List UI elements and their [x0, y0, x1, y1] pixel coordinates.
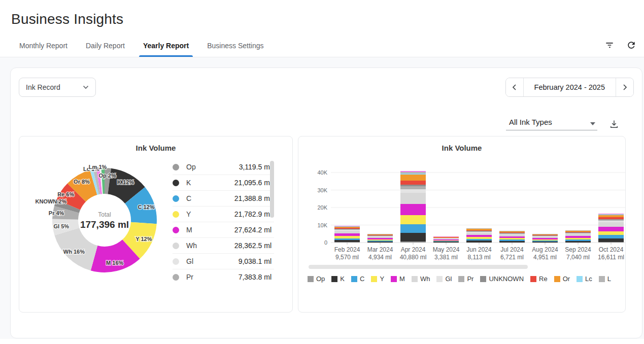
- legend-color-swatch: [577, 276, 583, 282]
- legend-item-op[interactable]: Op: [308, 275, 325, 283]
- tab-business-settings[interactable]: Business Settings: [207, 37, 263, 57]
- svg-text:Sep 2024: Sep 2024: [565, 246, 591, 253]
- bar-chart[interactable]: 010K20K30K40KFeb 20249,570 mlMar 20244,9…: [307, 158, 626, 263]
- series-color-dot: [173, 227, 179, 233]
- legend-item-unknown[interactable]: UNKNOWN: [480, 275, 524, 283]
- filter-icon[interactable]: [604, 40, 615, 51]
- legend-color-swatch: [480, 276, 486, 282]
- svg-text:Wh 16%: Wh 16%: [63, 249, 85, 255]
- vertical-scrollbar[interactable]: [270, 161, 274, 218]
- svg-text:4,951 ml: 4,951 ml: [533, 254, 557, 261]
- series-label: Op: [186, 163, 196, 171]
- legend-item-gl[interactable]: Gl: [436, 275, 452, 283]
- svg-text:16,611 ml: 16,611 ml: [598, 254, 624, 261]
- legend-item-m[interactable]: M: [391, 275, 405, 283]
- next-period-button[interactable]: [616, 78, 633, 96]
- svg-text:Or 8%: Or 8%: [74, 179, 90, 185]
- pie-legend-list: Op 3,119.5 ml K 21,095.6 ml C 21,388.8 m…: [173, 159, 274, 281]
- series-value: 21,388.8 ml: [234, 194, 274, 202]
- list-item: Wh 28,362.5 ml: [173, 238, 274, 254]
- prev-period-button[interactable]: [506, 78, 523, 96]
- list-item: Y 21,782.9 ml: [173, 207, 274, 222]
- donut-chart[interactable]: Op 2%K 12%C 12%Y 12%M 16%Wh 16%Gl 5%Pr 4…: [51, 163, 158, 277]
- svg-text:9,570 ml: 9,570 ml: [335, 254, 359, 261]
- record-type-select[interactable]: Ink Record: [19, 78, 96, 97]
- series-label: Pr: [186, 273, 193, 281]
- svg-text:Feb 2024: Feb 2024: [334, 246, 360, 253]
- svg-text:40K: 40K: [317, 169, 327, 176]
- ink-type-value: All Ink Types: [509, 118, 552, 126]
- ink-type-select[interactable]: All Ink Types: [506, 118, 597, 130]
- date-range-nav: February 2024 - 2025: [505, 78, 634, 97]
- refresh-icon[interactable]: [626, 40, 637, 51]
- legend-item-wh[interactable]: Wh: [412, 275, 430, 283]
- ink-volume-bar-card: Ink Volume 010K20K30K40KFeb 20249,570 ml…: [298, 136, 626, 313]
- svg-text:Jun 2024: Jun 2024: [466, 246, 492, 253]
- svg-text:40,880 ml: 40,880 ml: [400, 254, 427, 261]
- legend-color-swatch: [308, 276, 314, 282]
- series-color-dot: [173, 164, 179, 170]
- svg-text:Aug 2024: Aug 2024: [532, 246, 558, 253]
- series-value: 3,119.5 ml: [239, 163, 274, 171]
- list-item: C 21,388.8 ml: [173, 191, 274, 207]
- svg-text:6,721 ml: 6,721 ml: [500, 254, 524, 261]
- legend-item-pr[interactable]: Pr: [458, 275, 473, 283]
- list-item: Pr 7,383.8 ml: [173, 269, 274, 281]
- svg-text:Jul 2024: Jul 2024: [500, 246, 524, 253]
- svg-text:M 16%: M 16%: [106, 260, 123, 266]
- svg-text:Pr 4%: Pr 4%: [49, 210, 64, 216]
- svg-text:Oct 2024: Oct 2024: [599, 246, 624, 253]
- tab-monthly-report[interactable]: Monthly Report: [19, 37, 67, 57]
- legend-color-swatch: [391, 276, 397, 282]
- legend-item-y[interactable]: Y: [371, 275, 384, 283]
- date-range-label: February 2024 - 2025: [523, 78, 616, 96]
- download-button[interactable]: [608, 119, 620, 130]
- series-label: M: [186, 226, 192, 234]
- svg-text:Apr 2024: Apr 2024: [401, 246, 426, 253]
- content-area: Ink Record February 2024 - 2025 All Ink …: [0, 57, 644, 339]
- tab-daily-report[interactable]: Daily Report: [86, 37, 125, 57]
- report-panel: Ink Record February 2024 - 2025 All Ink …: [10, 67, 642, 338]
- svg-text:8,113 ml: 8,113 ml: [467, 254, 490, 261]
- legend-color-swatch: [530, 276, 536, 282]
- legend-item-l[interactable]: L: [599, 275, 611, 283]
- svg-text:Gl 5%: Gl 5%: [54, 223, 70, 229]
- svg-text:30K: 30K: [317, 187, 327, 193]
- svg-text:0: 0: [324, 239, 327, 246]
- svg-text:177,396 ml: 177,396 ml: [80, 219, 129, 230]
- dropdown-arrow-icon: [590, 122, 595, 128]
- legend-item-re[interactable]: Re: [530, 275, 548, 283]
- page-header: Business Insights: [0, 0, 644, 27]
- legend-color-swatch: [371, 276, 377, 282]
- series-value: 27,624.2 ml: [234, 226, 274, 234]
- legend-item-c[interactable]: C: [351, 275, 364, 283]
- page-title: Business Insights: [11, 11, 644, 27]
- bar-card-title: Ink Volume: [307, 144, 617, 152]
- horizontal-scrollbar[interactable]: [309, 265, 528, 269]
- svg-text:10K: 10K: [317, 222, 327, 228]
- tab-yearly-report[interactable]: Yearly Report: [143, 37, 189, 57]
- svg-text:Lm 1%: Lm 1%: [89, 164, 107, 170]
- legend-color-swatch: [412, 276, 418, 282]
- legend-color-swatch: [554, 276, 560, 282]
- series-color-dot: [173, 195, 179, 202]
- series-value: 21,782.9 ml: [234, 210, 274, 218]
- series-color-dot: [173, 180, 179, 186]
- legend-item-or[interactable]: Or: [554, 275, 570, 283]
- svg-text:May 2024: May 2024: [433, 246, 460, 253]
- svg-text:Re 6%: Re 6%: [57, 191, 74, 197]
- list-item: Gl 9,038.1 ml: [173, 254, 274, 269]
- series-value: 9,038.1 ml: [239, 257, 274, 265]
- series-color-dot: [173, 211, 179, 218]
- legend-item-lc[interactable]: Lc: [577, 275, 592, 283]
- record-type-value: Ink Record: [26, 83, 60, 91]
- series-value: 21,095.6 ml: [234, 179, 274, 187]
- series-label: Gl: [186, 257, 193, 265]
- bar-chart-legend: Op K C Y M Wh Gl Pr UNKNOWN Re Or Lc L L…: [307, 275, 617, 283]
- series-color-dot: [173, 258, 179, 265]
- tab-bar-actions: [604, 40, 644, 57]
- ink-volume-pie-card: Ink Volume Op 2%K 12%C 12%Y 12%M 16%Wh 1…: [19, 136, 293, 313]
- legend-item-k[interactable]: K: [331, 275, 345, 283]
- svg-text:20K: 20K: [317, 204, 327, 211]
- list-item: K 21,095.6 ml: [173, 175, 274, 191]
